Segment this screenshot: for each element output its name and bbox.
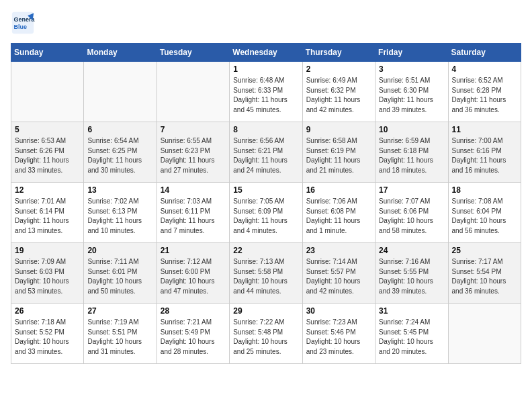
day-detail: Sunrise: 7:24 AM Sunset: 5:45 PM Dayligh… <box>379 318 444 357</box>
day-number: 16 <box>306 185 371 195</box>
day-cell: 4Sunrise: 6:52 AM Sunset: 6:28 PM Daylig… <box>448 62 521 122</box>
logo-icon: General Blue <box>11 11 35 35</box>
col-header-sunday: Sunday <box>11 44 84 62</box>
day-number: 20 <box>87 246 152 255</box>
day-number: 6 <box>87 125 152 134</box>
day-number: 3 <box>379 64 444 74</box>
day-detail: Sunrise: 6:54 AM Sunset: 6:25 PM Dayligh… <box>87 136 152 175</box>
day-number: 12 <box>15 185 80 195</box>
day-cell: 6Sunrise: 6:54 AM Sunset: 6:25 PM Daylig… <box>84 122 157 183</box>
day-number: 30 <box>306 306 371 316</box>
day-detail: Sunrise: 7:00 AM Sunset: 6:16 PM Dayligh… <box>452 136 517 175</box>
day-cell <box>157 62 229 122</box>
week-row-3: 12Sunrise: 7:01 AM Sunset: 6:14 PM Dayli… <box>11 183 521 243</box>
week-row-1: 1Sunrise: 6:48 AM Sunset: 6:33 PM Daylig… <box>11 62 521 122</box>
day-detail: Sunrise: 6:59 AM Sunset: 6:18 PM Dayligh… <box>379 136 444 175</box>
day-cell: 29Sunrise: 7:22 AM Sunset: 5:48 PM Dayli… <box>230 304 302 364</box>
day-detail: Sunrise: 7:22 AM Sunset: 5:48 PM Dayligh… <box>233 318 298 357</box>
day-detail: Sunrise: 7:12 AM Sunset: 6:00 PM Dayligh… <box>161 257 226 296</box>
day-detail: Sunrise: 7:08 AM Sunset: 6:04 PM Dayligh… <box>452 197 517 236</box>
day-detail: Sunrise: 6:52 AM Sunset: 6:28 PM Dayligh… <box>452 76 517 115</box>
svg-text:Blue: Blue <box>14 24 28 30</box>
day-number: 21 <box>161 246 226 255</box>
day-number: 7 <box>161 125 226 134</box>
day-detail: Sunrise: 6:51 AM Sunset: 6:30 PM Dayligh… <box>379 76 444 115</box>
day-cell: 3Sunrise: 6:51 AM Sunset: 6:30 PM Daylig… <box>375 62 448 122</box>
day-cell: 10Sunrise: 6:59 AM Sunset: 6:18 PM Dayli… <box>375 122 448 183</box>
day-number: 29 <box>233 306 298 316</box>
day-cell: 31Sunrise: 7:24 AM Sunset: 5:45 PM Dayli… <box>375 304 448 364</box>
col-header-saturday: Saturday <box>448 44 521 62</box>
day-cell: 24Sunrise: 7:16 AM Sunset: 5:55 PM Dayli… <box>375 243 448 304</box>
day-cell: 1Sunrise: 6:48 AM Sunset: 6:33 PM Daylig… <box>230 62 302 122</box>
day-detail: Sunrise: 7:03 AM Sunset: 6:11 PM Dayligh… <box>161 197 226 236</box>
day-number: 5 <box>15 125 80 134</box>
day-number: 22 <box>233 246 298 255</box>
day-cell <box>11 62 84 122</box>
day-detail: Sunrise: 7:14 AM Sunset: 5:57 PM Dayligh… <box>306 257 371 296</box>
day-number: 27 <box>87 306 152 316</box>
day-detail: Sunrise: 7:06 AM Sunset: 6:08 PM Dayligh… <box>306 197 371 236</box>
day-cell: 26Sunrise: 7:18 AM Sunset: 5:52 PM Dayli… <box>11 304 84 364</box>
day-number: 14 <box>161 185 226 195</box>
day-cell: 17Sunrise: 7:07 AM Sunset: 6:06 PM Dayli… <box>375 183 448 243</box>
day-cell: 7Sunrise: 6:55 AM Sunset: 6:23 PM Daylig… <box>157 122 229 183</box>
day-number: 8 <box>233 125 298 134</box>
day-detail: Sunrise: 6:48 AM Sunset: 6:33 PM Dayligh… <box>233 76 298 115</box>
day-detail: Sunrise: 6:55 AM Sunset: 6:23 PM Dayligh… <box>161 136 226 175</box>
day-cell: 25Sunrise: 7:17 AM Sunset: 5:54 PM Dayli… <box>448 243 521 304</box>
week-row-2: 5Sunrise: 6:53 AM Sunset: 6:26 PM Daylig… <box>11 122 521 183</box>
day-detail: Sunrise: 6:56 AM Sunset: 6:21 PM Dayligh… <box>233 136 298 175</box>
col-header-wednesday: Wednesday <box>230 44 302 62</box>
day-cell: 13Sunrise: 7:02 AM Sunset: 6:13 PM Dayli… <box>84 183 157 243</box>
day-number: 11 <box>452 125 517 134</box>
day-detail: Sunrise: 7:19 AM Sunset: 5:51 PM Dayligh… <box>87 318 152 357</box>
day-cell: 18Sunrise: 7:08 AM Sunset: 6:04 PM Dayli… <box>448 183 521 243</box>
col-header-thursday: Thursday <box>302 44 375 62</box>
col-header-monday: Monday <box>84 44 157 62</box>
day-detail: Sunrise: 6:49 AM Sunset: 6:32 PM Dayligh… <box>306 76 371 115</box>
day-cell: 5Sunrise: 6:53 AM Sunset: 6:26 PM Daylig… <box>11 122 84 183</box>
week-row-5: 26Sunrise: 7:18 AM Sunset: 5:52 PM Dayli… <box>11 304 521 364</box>
day-number: 13 <box>87 185 152 195</box>
day-cell: 2Sunrise: 6:49 AM Sunset: 6:32 PM Daylig… <box>302 62 375 122</box>
header-row: SundayMondayTuesdayWednesdayThursdayFrid… <box>11 44 521 62</box>
day-detail: Sunrise: 7:02 AM Sunset: 6:13 PM Dayligh… <box>87 197 152 236</box>
day-number: 18 <box>452 185 517 195</box>
day-cell: 12Sunrise: 7:01 AM Sunset: 6:14 PM Dayli… <box>11 183 84 243</box>
day-cell: 19Sunrise: 7:09 AM Sunset: 6:03 PM Dayli… <box>11 243 84 304</box>
day-number: 4 <box>452 64 517 74</box>
day-number: 26 <box>15 306 80 316</box>
day-detail: Sunrise: 7:21 AM Sunset: 5:49 PM Dayligh… <box>161 318 226 357</box>
day-cell: 14Sunrise: 7:03 AM Sunset: 6:11 PM Dayli… <box>157 183 229 243</box>
day-number: 31 <box>379 306 444 316</box>
day-detail: Sunrise: 7:01 AM Sunset: 6:14 PM Dayligh… <box>15 197 80 236</box>
day-cell: 23Sunrise: 7:14 AM Sunset: 5:57 PM Dayli… <box>302 243 375 304</box>
day-detail: Sunrise: 7:05 AM Sunset: 6:09 PM Dayligh… <box>233 197 298 236</box>
page-header: General Blue <box>11 11 521 35</box>
day-detail: Sunrise: 6:58 AM Sunset: 6:19 PM Dayligh… <box>306 136 371 175</box>
day-cell: 27Sunrise: 7:19 AM Sunset: 5:51 PM Dayli… <box>84 304 157 364</box>
day-cell: 30Sunrise: 7:23 AM Sunset: 5:46 PM Dayli… <box>302 304 375 364</box>
day-detail: Sunrise: 7:16 AM Sunset: 5:55 PM Dayligh… <box>379 257 444 296</box>
day-number: 15 <box>233 185 298 195</box>
day-number: 28 <box>161 306 226 316</box>
week-row-4: 19Sunrise: 7:09 AM Sunset: 6:03 PM Dayli… <box>11 243 521 304</box>
day-detail: Sunrise: 7:11 AM Sunset: 6:01 PM Dayligh… <box>87 257 152 296</box>
logo: General Blue <box>11 11 35 35</box>
day-cell: 8Sunrise: 6:56 AM Sunset: 6:21 PM Daylig… <box>230 122 302 183</box>
day-number: 2 <box>306 64 371 74</box>
day-cell: 21Sunrise: 7:12 AM Sunset: 6:00 PM Dayli… <box>157 243 229 304</box>
day-detail: Sunrise: 6:53 AM Sunset: 6:26 PM Dayligh… <box>15 136 80 175</box>
day-detail: Sunrise: 7:13 AM Sunset: 5:58 PM Dayligh… <box>233 257 298 296</box>
day-cell: 15Sunrise: 7:05 AM Sunset: 6:09 PM Dayli… <box>230 183 302 243</box>
day-number: 10 <box>379 125 444 134</box>
col-header-tuesday: Tuesday <box>157 44 229 62</box>
day-cell: 28Sunrise: 7:21 AM Sunset: 5:49 PM Dayli… <box>157 304 229 364</box>
day-number: 9 <box>306 125 371 134</box>
day-cell: 20Sunrise: 7:11 AM Sunset: 6:01 PM Dayli… <box>84 243 157 304</box>
day-cell: 9Sunrise: 6:58 AM Sunset: 6:19 PM Daylig… <box>302 122 375 183</box>
day-detail: Sunrise: 7:18 AM Sunset: 5:52 PM Dayligh… <box>15 318 80 357</box>
day-number: 23 <box>306 246 371 255</box>
col-header-friday: Friday <box>375 44 448 62</box>
